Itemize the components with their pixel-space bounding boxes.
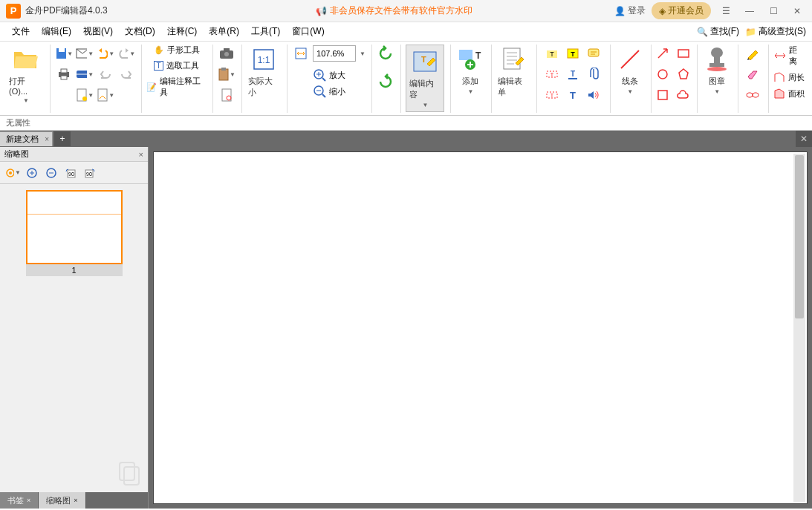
zoom-out-button[interactable]: 缩小 [313,85,345,98]
menu-tool[interactable]: 工具(T) [245,23,286,40]
area-tool[interactable]: 面积 [773,88,805,99]
add-button[interactable]: T 添加 ▼ [455,45,485,97]
login-button[interactable]: 👤 登录 [614,4,646,17]
square-tool[interactable] [654,86,672,104]
text-insert-button[interactable]: T [543,86,561,104]
tab-close-icon[interactable]: × [27,497,30,504]
thumb-rotate-right-button[interactable]: 90 [82,165,98,181]
hand-tool[interactable]: ✋ 手形工具 [154,45,200,56]
undo-button[interactable]: ▼ [97,45,114,62]
thumb-zoom-in-button[interactable] [24,165,40,181]
text-box-button[interactable]: T [564,45,582,62]
find-in-doc-button[interactable] [218,86,236,104]
menu-view[interactable]: 视图(V) [77,23,119,40]
vip-button[interactable]: ◈ 开通会员 [652,2,711,19]
page-thumbnail[interactable]: 1 [26,190,123,276]
svg-point-8 [82,97,87,101]
text-blue-button[interactable]: T [564,86,582,104]
hand-icon: ✋ [154,45,164,55]
vertical-scrollbar[interactable] [793,154,805,502]
bookmarks-tab[interactable]: 书签 × [0,492,39,509]
svg-rect-32 [588,49,599,56]
print-button[interactable] [55,65,73,83]
sound-button[interactable] [585,86,602,104]
close-all-tabs-button[interactable]: ✕ [796,131,812,147]
distance-icon [773,50,786,61]
cloud-tool[interactable] [675,86,692,104]
scan-button[interactable]: ▼ [76,65,94,83]
page-canvas[interactable] [157,155,792,500]
folder-open-icon [13,46,39,73]
maximize-button[interactable]: ☐ [764,2,782,20]
svg-rect-56 [120,462,134,480]
menu-annotate[interactable]: 注释(C) [161,23,204,40]
strikethrough-button[interactable]: T [543,65,561,83]
advanced-find-button[interactable]: 📁 高级查找(S) [745,25,806,38]
thumb-zoom-out-button[interactable] [43,165,59,181]
add-tab-button[interactable]: + [54,131,71,146]
undo2-button[interactable] [97,65,114,83]
zoom-dropdown-icon[interactable]: ▼ [360,50,366,57]
circle-tool[interactable] [654,65,672,83]
svg-rect-24 [459,50,472,60]
mail-button[interactable]: ▼ [76,45,94,62]
new-page-button[interactable]: ▼ [97,86,114,104]
edit-content-button[interactable]: T 编辑内容 ▼ [406,45,444,112]
menu-window[interactable]: 窗口(W) [286,23,330,40]
rotate-ccw-button[interactable] [377,45,394,62]
svg-rect-27 [504,48,520,69]
thumbnails-tab[interactable]: 缩略图 × [39,492,85,509]
open-button[interactable]: 打开(O)... ▼ [7,45,44,105]
stamp-button[interactable]: 图章 ▼ [702,45,732,97]
tab-close-icon[interactable]: × [45,135,49,143]
eraser-tool[interactable] [744,65,761,83]
lines-label: 线条 [622,76,638,87]
minimize-button[interactable]: — [741,2,759,20]
thumb-settings-button[interactable]: ▼ [4,165,21,181]
redo-button[interactable]: ▼ [117,45,135,62]
clipboard-button[interactable]: ▼ [218,65,236,83]
select-tool[interactable]: T 选取工具 [154,60,198,71]
new-doc-button[interactable]: ▼ [76,86,94,104]
zoom-input[interactable] [313,45,356,62]
camera-button[interactable] [218,45,236,62]
distance-tool[interactable]: 距离 [773,45,805,67]
select-label: 选取工具 [166,60,199,71]
scrollbar-thumb[interactable] [795,155,804,318]
menu-button[interactable]: ☰ [717,2,735,20]
attachment-button[interactable] [585,65,602,83]
sidebar-close-icon[interactable]: × [139,150,143,159]
thumb-rotate-left-button[interactable]: 90 [62,165,79,181]
rotate-cw-button[interactable] [377,73,394,91]
note-button[interactable] [585,45,602,62]
find-button[interactable]: 🔍 查找(F) [697,25,739,38]
rect-tool[interactable] [675,45,692,62]
link-tool[interactable] [744,86,761,104]
edit-annotation-tool[interactable]: 📝 编辑注释工具 [146,76,207,98]
document-viewport[interactable] [153,151,808,504]
redo2-button[interactable] [117,65,135,83]
text-highlight-button[interactable]: T [543,45,561,62]
menu-document[interactable]: 文档(D) [119,23,161,40]
save-button[interactable]: ▼ [55,45,73,62]
arrow-tool[interactable] [654,45,672,62]
zoom-in-button[interactable]: 放大 [313,68,345,82]
pencil-tool[interactable] [744,45,761,62]
svg-rect-12 [224,48,230,51]
polygon-tool[interactable] [675,65,692,83]
close-button[interactable]: ✕ [788,2,806,20]
perimeter-tool[interactable]: 周长 [773,71,805,83]
underline-button[interactable]: T [564,65,582,83]
tab-close-icon[interactable]: × [74,497,77,504]
fit-width-button[interactable] [292,45,310,62]
lines-button[interactable]: 线条 ▼ [615,45,645,97]
hand-label: 手形工具 [167,45,200,56]
menu-form[interactable]: 表单(R) [203,23,245,40]
thumbnail-preview [26,190,123,264]
menu-edit[interactable]: 编辑(E) [36,23,77,40]
document-tab[interactable]: 新建文档 × [0,131,53,146]
svg-rect-1 [59,48,65,52]
edit-form-button[interactable]: 编辑表单 [496,45,530,99]
menu-file[interactable]: 文件 [6,23,36,40]
actual-size-button[interactable]: 1:1 实际大小 [247,45,281,99]
